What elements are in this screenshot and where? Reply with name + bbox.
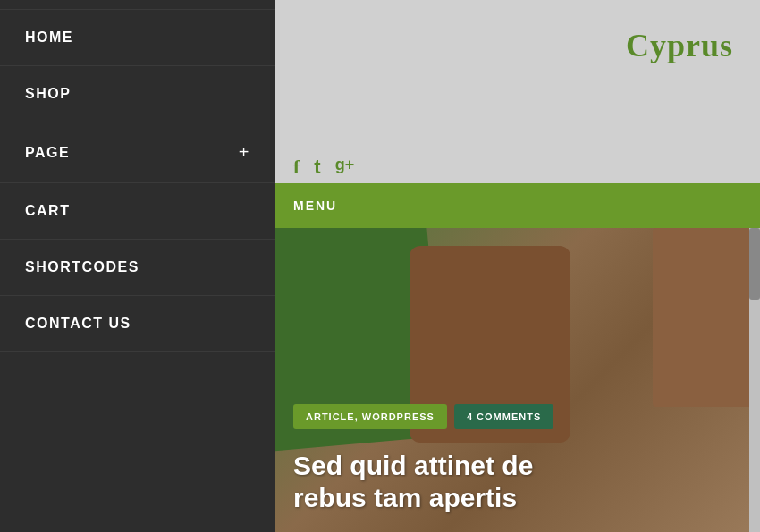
sidebar-item-cart-label: CART <box>25 203 70 219</box>
menu-bar[interactable]: MENU <box>275 183 760 228</box>
decorative-shape-3 <box>653 228 760 407</box>
sidebar-item-cart[interactable]: CART <box>0 183 275 240</box>
sidebar-nav: HOME SHOP PAGE + CART SHORTCODES CONTACT… <box>0 0 275 352</box>
sidebar-item-home[interactable]: HOME <box>0 9 275 66</box>
social-icons: f t g+ <box>293 156 354 179</box>
sidebar-item-contact-us[interactable]: CONTACT US <box>0 296 275 352</box>
sidebar-item-shop-label: SHOP <box>25 86 71 102</box>
sidebar-item-shop[interactable]: SHOP <box>0 66 275 122</box>
post-title-line1: Sed quid attinet de <box>293 451 533 480</box>
sidebar-item-home-label: HOME <box>25 30 73 46</box>
tags-overlay: ARTICLE, WORDPRESS 4 COMMENTS <box>293 404 553 429</box>
main-content: Cyprus f t g+ MENU ARTICLE, WORDPRESS 4 … <box>275 0 760 532</box>
post-title: Sed quid attinet de rebus tam apertis <box>293 450 742 514</box>
google-plus-icon[interactable]: g+ <box>335 156 355 179</box>
sidebar: HOME SHOP PAGE + CART SHORTCODES CONTACT… <box>0 0 275 532</box>
tag-comments[interactable]: 4 COMMENTS <box>454 404 553 429</box>
menu-bar-label: MENU <box>293 198 337 213</box>
facebook-icon[interactable]: f <box>293 156 300 179</box>
sidebar-item-page-label: PAGE <box>25 145 70 161</box>
sidebar-item-contact-label: CONTACT US <box>25 316 131 332</box>
top-area: Cyprus f t g+ MENU <box>275 0 760 228</box>
tag-article-wordpress[interactable]: ARTICLE, WORDPRESS <box>293 404 447 429</box>
sidebar-item-shortcodes-label: SHORTCODES <box>25 259 139 275</box>
site-title: Cyprus <box>626 27 733 64</box>
twitter-icon[interactable]: t <box>314 156 320 179</box>
scrollbar-thumb[interactable] <box>749 228 760 300</box>
sidebar-expand-icon[interactable]: + <box>239 142 250 163</box>
post-title-line2: rebus tam apertis <box>293 483 517 512</box>
image-area: ARTICLE, WORDPRESS 4 COMMENTS Sed quid a… <box>275 228 760 532</box>
sidebar-item-page[interactable]: PAGE + <box>0 122 275 183</box>
sidebar-item-shortcodes[interactable]: SHORTCODES <box>0 240 275 296</box>
scrollbar[interactable] <box>749 228 760 532</box>
